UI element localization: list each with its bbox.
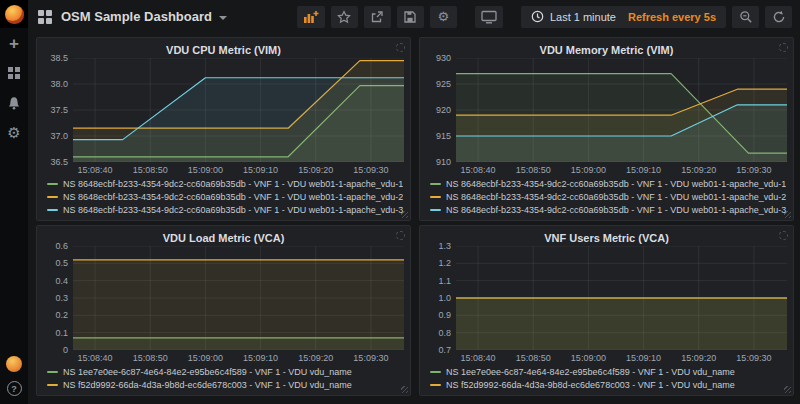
panel-loading-spinner-icon [779, 231, 788, 240]
chart-plot[interactable] [73, 246, 404, 350]
x-tick-label: 15:09:20 [681, 165, 716, 175]
panel-resize-handle[interactable] [401, 386, 408, 393]
legend-series-marker [47, 371, 58, 373]
settings-button[interactable]: ⚙ [430, 6, 457, 28]
navbar-actions: ⚙ Last 1 minute Refresh every 5s [291, 6, 792, 28]
legend-series-marker [47, 209, 58, 211]
time-range-button[interactable]: Last 1 minute Refresh every 5s [521, 6, 726, 28]
star-icon [337, 10, 351, 24]
chart: 0.70.80.91.01.11.21.3 [426, 246, 787, 350]
x-tick-label: 15:09:00 [188, 353, 223, 363]
x-tick-label: 15:09:10 [243, 353, 278, 363]
sidebar-bottom: ? [6, 356, 22, 396]
y-axis: 00.10.20.30.40.50.6 [43, 246, 73, 350]
sidebar-item-alerting[interactable] [0, 88, 28, 118]
y-tick-label: 915 [436, 131, 451, 141]
plot-area[interactable] [456, 246, 787, 350]
star-button[interactable] [331, 6, 358, 28]
legend-item[interactable]: NS 8648ecbf-b233-4354-9dc2-cc60a69b35db … [47, 177, 404, 190]
x-tick-label: 15:09:10 [626, 353, 661, 363]
y-tick-label: 930 [436, 53, 451, 63]
panel-header: VDU Load Metric (VCA) [43, 230, 404, 246]
monitor-icon [481, 10, 497, 24]
y-tick-label: 0.8 [438, 328, 451, 338]
grafana-logo-button[interactable] [0, 0, 28, 28]
x-axis: 15:08:4015:08:5015:09:0015:09:1015:09:20… [73, 162, 404, 177]
x-axis: 15:08:4015:08:5015:09:0015:09:1015:09:20… [456, 350, 787, 365]
chevron-down-icon [219, 16, 227, 20]
y-tick-label: 910 [436, 157, 451, 167]
user-avatar[interactable] [6, 356, 22, 372]
add-panel-button[interactable] [297, 6, 325, 28]
legend-item[interactable]: NS 1ee7e0ee-6c87-4e64-84e2-e95be6c4f589 … [430, 365, 787, 378]
help-icon[interactable]: ? [7, 381, 22, 396]
panel-title[interactable]: VDU CPU Metric (VIM) [166, 44, 281, 56]
dashboard-title-button[interactable]: OSM Sample Dashboard [61, 9, 227, 24]
x-tick-label: 15:08:50 [133, 165, 168, 175]
x-tick-label: 15:09:10 [243, 165, 278, 175]
legend-item[interactable]: NS 8648ecbf-b233-4354-9dc2-cc60a69b35db … [430, 177, 787, 190]
grafana-logo-icon [5, 5, 24, 24]
legend-series-marker [430, 384, 441, 386]
panel-title[interactable]: VDU Load Metric (VCA) [163, 232, 285, 244]
dashboard-grid: VDU CPU Metric (VIM) 36.537.037.538.038.… [28, 33, 800, 404]
sidebar-item-dashboards[interactable] [0, 58, 28, 88]
x-tick-label: 15:09:30 [736, 165, 771, 175]
panel-resize-handle[interactable] [784, 386, 791, 393]
refresh-button[interactable] [765, 6, 792, 28]
panel-title[interactable]: VNF Users Metric (VCA) [544, 232, 669, 244]
x-tick-label: 15:08:40 [461, 353, 496, 363]
x-tick-label: 15:08:40 [78, 353, 113, 363]
y-tick-label: 920 [436, 105, 451, 115]
chart-plot[interactable] [456, 58, 787, 162]
share-button[interactable] [364, 6, 391, 28]
legend-series-marker [430, 196, 441, 198]
panel-vnf-users-metric: VNF Users Metric (VCA) 0.70.80.91.01.11.… [419, 225, 794, 396]
refresh-icon [772, 10, 786, 24]
gear-icon: ⚙ [438, 10, 450, 23]
sidebar-item-configuration[interactable]: ⚙ [0, 118, 28, 148]
main-area: OSM Sample Dashboard [28, 0, 800, 404]
panel-resize-handle[interactable] [401, 211, 408, 218]
legend-item[interactable]: NS f52d9992-66da-4d3a-9b8d-ec6de678c003 … [47, 378, 404, 391]
legend-item[interactable]: NS f52d9992-66da-4d3a-9b8d-ec6de678c003 … [430, 378, 787, 391]
y-tick-label: 0.5 [55, 258, 68, 268]
chart-plot[interactable] [456, 246, 787, 350]
legend-series-label: NS 8648ecbf-b233-4354-9dc2-cc60a69b35db … [446, 205, 786, 215]
legend-item[interactable]: NS 8648ecbf-b233-4354-9dc2-cc60a69b35db … [47, 203, 404, 216]
sidebar-item-create[interactable]: + [0, 28, 28, 58]
legend-series-marker [430, 371, 441, 373]
zoom-out-button[interactable] [732, 6, 759, 28]
chart: 36.537.037.538.038.5 [43, 58, 404, 162]
chart: 910915920925930 [426, 58, 787, 162]
cycle-view-button[interactable] [475, 6, 503, 28]
y-axis: 0.70.80.91.01.11.21.3 [426, 246, 456, 350]
legend-item[interactable]: NS 8648ecbf-b233-4354-9dc2-cc60a69b35db … [47, 190, 404, 203]
legend-series-label: NS 8648ecbf-b233-4354-9dc2-cc60a69b35db … [63, 192, 403, 202]
x-axis: 15:08:4015:08:5015:09:0015:09:1015:09:20… [73, 350, 404, 365]
y-tick-label: 0.4 [55, 276, 68, 286]
x-tick-label: 15:09:00 [571, 165, 606, 175]
y-tick-label: 37.0 [50, 131, 68, 141]
plot-area[interactable] [73, 246, 404, 350]
y-axis: 36.537.037.538.038.5 [43, 58, 73, 162]
plot-area[interactable] [456, 58, 787, 162]
legend-item[interactable]: NS 8648ecbf-b233-4354-9dc2-cc60a69b35db … [430, 190, 787, 203]
panel-resize-handle[interactable] [784, 211, 791, 218]
panel-vdu-load-metric: VDU Load Metric (VCA) 00.10.20.30.40.50.… [36, 225, 411, 396]
chart-plot[interactable] [73, 58, 404, 162]
x-tick-label: 15:08:50 [516, 353, 551, 363]
y-tick-label: 1.2 [438, 258, 451, 268]
legend-series-label: NS 8648ecbf-b233-4354-9dc2-cc60a69b35db … [446, 179, 786, 189]
x-tick-label: 15:08:50 [133, 353, 168, 363]
legend-item[interactable]: NS 1ee7e0ee-6c87-4e64-84e2-e95be6c4f589 … [47, 365, 404, 378]
panel-title[interactable]: VDU Memory Metric (VIM) [540, 44, 674, 56]
y-tick-label: 0.2 [55, 310, 68, 320]
plot-area[interactable] [73, 58, 404, 162]
y-tick-label: 0.1 [55, 328, 68, 338]
legend-item[interactable]: NS 8648ecbf-b233-4354-9dc2-cc60a69b35db … [430, 203, 787, 216]
legend-series-marker [47, 196, 58, 198]
save-button[interactable] [397, 6, 424, 28]
page-title: OSM Sample Dashboard [61, 9, 212, 24]
y-axis: 910915920925930 [426, 58, 456, 162]
